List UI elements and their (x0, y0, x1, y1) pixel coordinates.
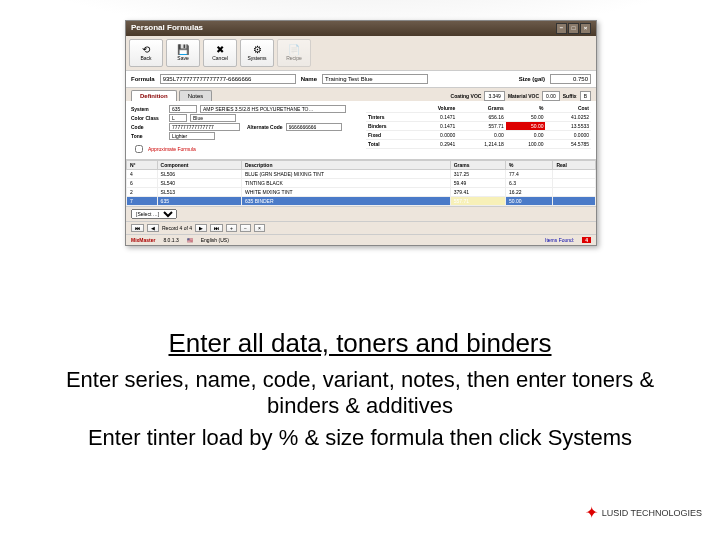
definition-fields: System Color Class CodeAlternate Code To… (131, 104, 356, 156)
name-label: Name (301, 76, 317, 82)
nav-first[interactable]: ⏮ (131, 224, 144, 232)
window-title: Personal Formulas (131, 23, 203, 34)
component-grid: N°ComponentDescriptionGrams%Real4SL506BL… (126, 160, 596, 206)
tone-input[interactable] (169, 132, 215, 140)
nav-next[interactable]: ▶ (195, 224, 207, 232)
table-row[interactable]: 7635635 BINDER557.7150.00 (127, 197, 596, 206)
minimize-icon[interactable]: − (556, 23, 567, 34)
formula-header: Formula Name Size (gal) (126, 71, 596, 88)
formula-label: Formula (131, 76, 155, 82)
altcode-input[interactable] (286, 123, 342, 131)
cc-code-input[interactable] (169, 114, 187, 122)
logo: ✦ LUSID TECHNOLOGIES (585, 503, 702, 522)
grid-toolbar: [Select …] (126, 206, 596, 221)
suffix-label: Suffix (563, 93, 577, 99)
save-icon: 💾 (177, 45, 189, 55)
save-button[interactable]: 💾Save (166, 39, 200, 67)
items-found-label: Items Found: (545, 237, 574, 243)
summary-table: VolumeGrams%CostTinters0.1471656.1650.00… (366, 104, 591, 156)
caption-1: Enter all data, toners and binders (0, 328, 720, 359)
items-found-count: 4 (582, 237, 591, 243)
material-voc-value: 0.00 (542, 91, 560, 101)
app-window: Personal Formulas − □ × ⟲Back 💾Save ✖Can… (125, 20, 597, 246)
maximize-icon[interactable]: □ (568, 23, 579, 34)
tab-notes[interactable]: Notes (179, 90, 213, 101)
logo-text: LUSID TECHNOLOGIES (602, 508, 702, 518)
altcode-label: Alternate Code (247, 124, 283, 130)
system-label: System (131, 106, 166, 112)
name-input[interactable] (322, 74, 428, 84)
approximate-row: Approximate Formula (131, 142, 356, 156)
flag-icon: 🇺🇸 (187, 237, 193, 243)
recipe-button[interactable]: 📄Recipe (277, 39, 311, 67)
tabs: Definition Notes Coating VOC3.349 Materi… (126, 88, 596, 101)
language: English (US) (201, 237, 229, 243)
save-label: Save (177, 55, 188, 61)
status-bar: MixMaster 8.0.1.3 🇺🇸 English (US) Items … (126, 234, 596, 245)
cc-name-input[interactable] (190, 114, 236, 122)
nav-del[interactable]: − (240, 224, 251, 232)
system-code-input[interactable] (169, 105, 197, 113)
titlebar: Personal Formulas − □ × (126, 21, 596, 36)
systems-icon: ⚙ (253, 45, 262, 55)
approximate-label: Approximate Formula (148, 146, 196, 152)
close-icon[interactable]: × (580, 23, 591, 34)
voc-bar: Coating VOC3.349 Material VOC0.00 Suffix… (451, 90, 591, 101)
component-select[interactable]: [Select …] (131, 209, 177, 219)
caption-2: Enter series, name, code, variant, notes… (30, 367, 690, 419)
definition-panel: System Color Class CodeAlternate Code To… (126, 101, 596, 160)
colorclass-label: Color Class (131, 115, 166, 121)
nav-prev[interactable]: ◀ (147, 224, 159, 232)
app-name: MixMaster (131, 237, 155, 243)
table-row[interactable]: 6SL540TINTING BLACK59.496.3 (127, 179, 596, 188)
back-icon: ⟲ (142, 45, 150, 55)
cancel-label: Cancel (212, 55, 228, 61)
code-label: Code (131, 124, 166, 130)
record-text: Record 4 of 4 (162, 225, 192, 231)
system-name-input[interactable] (200, 105, 346, 113)
slide-captions: Enter all data, toners and binders Enter… (0, 320, 720, 457)
logo-star-icon: ✦ (585, 503, 598, 522)
systems-label: Systems (247, 55, 266, 61)
nav-refresh[interactable]: × (254, 224, 265, 232)
record-nav: ⏮ ◀ Record 4 of 4 ▶ ⏭ + − × (126, 221, 596, 234)
cancel-button[interactable]: ✖Cancel (203, 39, 237, 67)
recipe-icon: 📄 (288, 45, 300, 55)
size-input[interactable] (550, 74, 591, 84)
back-button[interactable]: ⟲Back (129, 39, 163, 67)
back-label: Back (140, 55, 151, 61)
systems-button[interactable]: ⚙Systems (240, 39, 274, 67)
recipe-label: Recipe (286, 55, 302, 61)
nav-last[interactable]: ⏭ (210, 224, 223, 232)
tab-definition[interactable]: Definition (131, 90, 177, 101)
table-row[interactable]: 4SL506BLUE (GRN SHADE) MIXING TINT317.25… (127, 170, 596, 179)
nav-add[interactable]: + (226, 224, 237, 232)
tone-label: Tone (131, 133, 166, 139)
coating-voc-value: 3.349 (484, 91, 505, 101)
cancel-icon: ✖ (216, 45, 224, 55)
table-row[interactable]: 2SL513WHITE MIXING TINT379.4116.22 (127, 188, 596, 197)
window-controls: − □ × (556, 23, 591, 34)
coating-voc-label: Coating VOC (451, 93, 482, 99)
formula-code-input[interactable] (160, 74, 296, 84)
code-input[interactable] (169, 123, 240, 131)
app-version: 8.0.1.3 (163, 237, 178, 243)
caption-3: Enter tinter load by % & size formula th… (30, 425, 690, 451)
suffix-value: B (580, 91, 591, 101)
material-voc-label: Material VOC (508, 93, 539, 99)
toolbar: ⟲Back 💾Save ✖Cancel ⚙Systems 📄Recipe (126, 36, 596, 71)
size-label: Size (gal) (519, 76, 545, 82)
approximate-checkbox[interactable] (135, 145, 143, 153)
